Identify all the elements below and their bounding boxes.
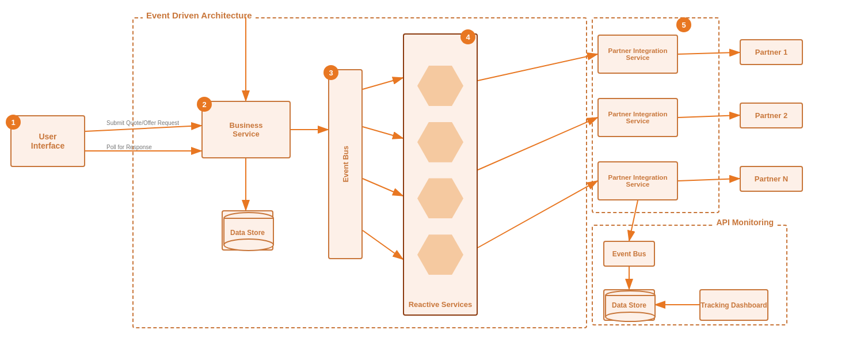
pn-label: Partner N xyxy=(755,175,789,183)
node-pis-2: Partner Integration Service xyxy=(597,98,678,137)
node-ds-api: Data Store xyxy=(603,289,655,321)
node-partner-2: Partner 2 xyxy=(740,103,803,128)
svg-point-22 xyxy=(224,239,273,251)
node-business-service: BusinessService xyxy=(201,101,291,158)
diagram-container: Event Driven Architecture API Monitoring xyxy=(0,0,868,341)
badge-3: 3 xyxy=(323,65,338,80)
hex-3 xyxy=(417,178,463,218)
node-partner-1: Partner 1 xyxy=(740,39,803,65)
node-tracking-dashboard: Tracking Dashboard xyxy=(699,289,768,321)
ui-label: UserInterface xyxy=(31,132,64,150)
eb-label: Event Bus xyxy=(341,146,350,183)
submit-label: Submit Quote/Offer Request xyxy=(106,120,179,126)
eb-small-label: Event Bus xyxy=(612,250,646,258)
poll-label: Poll for Response xyxy=(106,144,152,150)
bs-label: BusinessService xyxy=(230,121,263,138)
pis2-label: Partner Integration Service xyxy=(599,111,677,124)
tracking-label: Tracking Dashboard xyxy=(701,301,767,309)
hex-4 xyxy=(417,234,463,275)
ds-api-label: Data Store xyxy=(612,301,646,309)
node-reactive-services: Reactive Services xyxy=(403,33,478,316)
badge-4: 4 xyxy=(460,29,475,44)
node-user-interface: UserInterface xyxy=(10,115,85,167)
p2-label: Partner 2 xyxy=(755,111,787,120)
hex-2 xyxy=(417,122,463,162)
svg-point-25 xyxy=(606,312,655,321)
badge-2: 2 xyxy=(197,97,212,112)
node-partner-n: Partner N xyxy=(740,166,803,192)
p1-label: Partner 1 xyxy=(755,48,787,56)
hex-1 xyxy=(417,66,463,106)
node-pis-1: Partner Integration Service xyxy=(597,35,678,74)
node-data-store-main: Data Store xyxy=(222,210,273,251)
ds-main-label: Data Store xyxy=(230,229,265,237)
badge-1: 1 xyxy=(6,115,21,130)
node-event-bus: Event Bus xyxy=(328,69,363,259)
pis3-label: Partner Integration Service xyxy=(599,174,677,188)
node-pis-3: Partner Integration Service xyxy=(597,161,678,200)
hex-container xyxy=(417,49,463,283)
badge-5: 5 xyxy=(676,17,691,32)
node-eb-small: Event Bus xyxy=(603,241,655,267)
pis1-label: Partner Integration Service xyxy=(599,47,677,61)
rs-label: Reactive Services xyxy=(404,300,477,309)
eda-label: Event Driven Architecture xyxy=(143,10,256,20)
api-monitoring-label: API Monitoring xyxy=(713,218,777,227)
